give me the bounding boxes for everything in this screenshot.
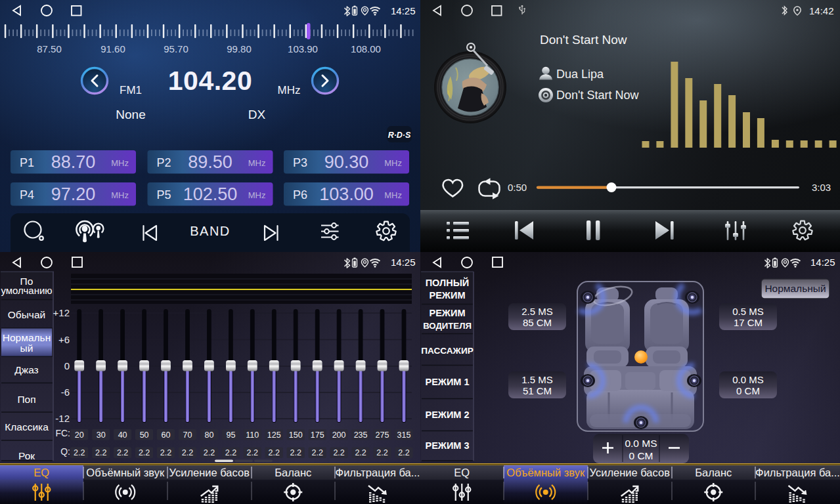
svg-text:0 CM: 0 CM <box>736 385 760 396</box>
svg-text:80: 80 <box>204 430 213 440</box>
svg-text:Q:: Q: <box>60 446 70 457</box>
svg-text:-12: -12 <box>55 413 70 424</box>
svg-text:50: 50 <box>140 430 149 440</box>
svg-text:70: 70 <box>183 430 192 440</box>
svg-text:175: 175 <box>311 430 324 440</box>
svg-text:2.2: 2.2 <box>160 448 171 457</box>
svg-text:60: 60 <box>162 430 171 440</box>
svg-text:MHz: MHz <box>384 158 402 168</box>
svg-text:30: 30 <box>97 430 106 440</box>
svg-text:Обычай: Обычай <box>8 309 45 320</box>
svg-text:104.20: 104.20 <box>168 66 252 96</box>
svg-text:2.2: 2.2 <box>398 448 409 457</box>
svg-text:17 CM: 17 CM <box>734 317 763 328</box>
svg-text:R·D·S: R·D·S <box>388 131 411 140</box>
svg-text:P5: P5 <box>157 188 171 201</box>
svg-text:Классика: Классика <box>5 421 49 432</box>
svg-text:P3: P3 <box>293 156 307 169</box>
svg-text:95.70: 95.70 <box>164 43 188 54</box>
svg-text:2.2: 2.2 <box>247 448 258 457</box>
svg-text:150: 150 <box>289 430 303 440</box>
svg-text:-6: -6 <box>61 387 70 398</box>
svg-text:MHz: MHz <box>248 158 266 168</box>
svg-text:None: None <box>116 108 145 121</box>
svg-text:235: 235 <box>354 430 368 440</box>
svg-text:2.2: 2.2 <box>269 448 280 457</box>
svg-text:95: 95 <box>226 430 235 440</box>
svg-text:40: 40 <box>118 430 127 440</box>
svg-text:2.2: 2.2 <box>376 448 387 457</box>
svg-text:89.50: 89.50 <box>188 152 232 172</box>
svg-text:2.2: 2.2 <box>182 448 193 457</box>
svg-text:103.90: 103.90 <box>288 43 318 54</box>
svg-text:87.50: 87.50 <box>37 43 62 54</box>
svg-text:315: 315 <box>397 430 411 440</box>
svg-text:0.0 MS: 0.0 MS <box>732 374 764 385</box>
svg-text:51 CM: 51 CM <box>523 385 552 396</box>
svg-text:РЕЖИМ: РЕЖИМ <box>430 308 466 318</box>
svg-text:0.0 MS: 0.0 MS <box>625 438 657 449</box>
svg-text:Нормальн: Нормальн <box>3 332 51 343</box>
svg-text:125: 125 <box>267 430 281 440</box>
svg-text:0 CM: 0 CM <box>629 450 653 461</box>
svg-text:РЕЖИМ 1: РЕЖИМ 1 <box>425 377 469 387</box>
svg-text:2.5 MS: 2.5 MS <box>521 306 553 317</box>
svg-text:P6: P6 <box>293 188 307 201</box>
svg-text:2.2: 2.2 <box>204 448 215 457</box>
svg-text:88.70: 88.70 <box>51 152 96 172</box>
svg-text:РЕЖИМ 3: РЕЖИМ 3 <box>425 440 469 451</box>
svg-text:20: 20 <box>75 430 84 440</box>
svg-text:умолчанию: умолчанию <box>1 285 52 296</box>
svg-text:91.60: 91.60 <box>100 43 125 54</box>
svg-text:102.50: 102.50 <box>183 184 238 204</box>
svg-text:РЕЖИМ 2: РЕЖИМ 2 <box>425 410 469 420</box>
svg-text:2.2: 2.2 <box>74 448 85 457</box>
svg-text:Джаз: Джаз <box>14 364 38 375</box>
svg-text:110: 110 <box>246 430 259 440</box>
svg-text:85 CM: 85 CM <box>523 317 552 328</box>
svg-text:MHz: MHz <box>384 190 402 200</box>
svg-text:FC:: FC: <box>55 428 70 438</box>
svg-text:P2: P2 <box>157 156 171 169</box>
svg-text:2.2: 2.2 <box>312 448 323 457</box>
svg-text:97.20: 97.20 <box>51 184 96 204</box>
svg-text:99.80: 99.80 <box>227 43 252 54</box>
svg-text:103.00: 103.00 <box>319 184 374 204</box>
svg-text:MHz: MHz <box>111 190 129 200</box>
svg-text:0.5 MS: 0.5 MS <box>732 306 764 317</box>
svg-text:Рок: Рок <box>18 450 35 461</box>
svg-text:275: 275 <box>376 430 389 440</box>
svg-text:Нормальный: Нормальный <box>764 283 826 294</box>
svg-text:MHz: MHz <box>248 190 266 200</box>
svg-text:200: 200 <box>332 430 346 440</box>
svg-text:DX: DX <box>248 108 266 121</box>
svg-text:+12: +12 <box>53 307 70 318</box>
svg-text:P1: P1 <box>20 156 34 169</box>
svg-text:ВОДИТЕЛЯ: ВОДИТЕЛЯ <box>423 321 472 331</box>
svg-text:MHz: MHz <box>278 84 301 96</box>
svg-text:P4: P4 <box>20 188 34 201</box>
svg-text:ПОЛНЫЙ: ПОЛНЫЙ <box>426 277 470 288</box>
svg-text:FM1: FM1 <box>120 84 142 96</box>
svg-text:108.00: 108.00 <box>351 43 381 54</box>
svg-text:ПАССАЖИР: ПАССАЖИР <box>421 346 474 356</box>
svg-text:Поп: Поп <box>17 394 35 405</box>
svg-text:2.2: 2.2 <box>225 448 236 457</box>
svg-text:BAND: BAND <box>190 224 231 238</box>
svg-text:2.2: 2.2 <box>355 448 366 457</box>
svg-text:2.2: 2.2 <box>95 448 106 457</box>
svg-text:0: 0 <box>64 360 70 371</box>
svg-text:+6: +6 <box>58 334 70 345</box>
svg-text:ый: ый <box>20 343 33 354</box>
svg-text:90.30: 90.30 <box>324 152 369 172</box>
svg-text:2.2: 2.2 <box>117 448 128 457</box>
svg-text:РЕЖИМ: РЕЖИМ <box>430 290 466 301</box>
svg-text:MHz: MHz <box>111 158 129 168</box>
svg-text:2.2: 2.2 <box>333 448 344 457</box>
svg-text:1.5 MS: 1.5 MS <box>521 374 553 385</box>
svg-text:2.2: 2.2 <box>139 448 150 457</box>
svg-text:2.2: 2.2 <box>290 448 301 457</box>
